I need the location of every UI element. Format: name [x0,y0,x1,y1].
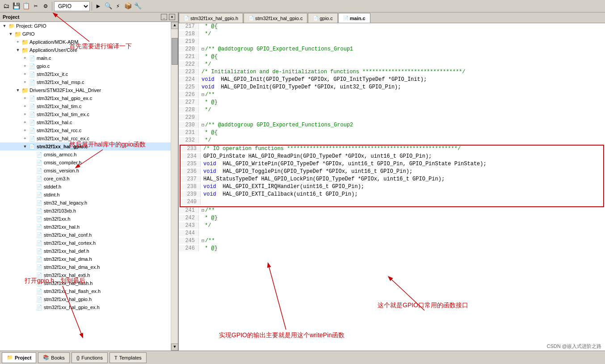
expand-hal-dma[interactable] [29,255,36,263]
expand-hal-gpio-h[interactable] [29,296,36,303]
expand-main-c[interactable]: + [21,54,29,62]
tree-item-hal-flash-ex[interactable]: 📄 stm32f1xx_hal_flash_ex.h [0,287,171,295]
expand-cmsis-version[interactable] [29,167,36,174]
toolbar-icon-6[interactable]: ⚡ [113,2,122,11]
expand-hal-flash[interactable] [29,280,36,287]
bottom-tab-templates[interactable]: T Templates [109,352,147,363]
expand-cmsis-armcc[interactable] [29,151,36,158]
tree-item-hal-cortex[interactable]: 📄 stm32f1xx_hal_cortex.h [0,239,171,247]
expand-gpio-c[interactable]: + [21,63,29,70]
tree-item-stm32f1xx-h[interactable]: 📄 stm32f1xx.h [0,215,171,223]
expand-hal-rcc[interactable]: + [21,127,29,134]
tree-item-project[interactable]: ▼ 📁 Project: GPIO [0,22,171,30]
tree-item-stm-it[interactable]: + 📄 stm32f1xx_it.c [0,70,171,78]
tree-item-hal-def[interactable]: 📄 stm32f1xx_hal_def.h [0,247,171,255]
tree-item-hal-gpio-c[interactable]: ▼ 📄 stm32f1xx_hal_gpio.c [0,142,171,151]
tree-item-hal-tim[interactable]: + 📄 stm32f1xx_hal_tim.c [0,102,171,110]
tree-item-gpio-ex-c[interactable]: + 📄 stm32f1xx_hal_gpio_ex.c [0,94,171,102]
expand-hal-gpio-ex-h[interactable] [29,304,36,311]
tree-item-hal-dma[interactable]: 📄 stm32f1xx_hal_dma.h [0,255,171,263]
toolbar-icon-8[interactable]: 🔧 [133,2,142,11]
toolbar-icon-1[interactable]: 🗂 [2,2,11,11]
code-editor[interactable]: 217 * @{ 218 */ 219 220 ⊟/** @addtogroup… [179,23,605,351]
tree-item-cmsis-version[interactable]: 📄 cmsis_version.h [0,167,171,175]
tree-item-stdint[interactable]: 📄 stdint.h [0,191,171,199]
tree-item-hal-exti[interactable]: 📄 stm32f1xx_hal_exti.h [0,271,171,279]
tree-item-stddef[interactable]: 📄 stddef.h [0,183,171,191]
expand-gpio-ex-c[interactable]: + [21,95,29,102]
project-tree[interactable]: ▼ 📁 Project: GPIO ▼ 📁 GPIO + 📁 Ap [0,22,171,351]
toolbar-icon-5[interactable]: ⚙ [41,2,50,11]
toolbar-target-dropdown[interactable]: GPIO [54,1,90,11]
tree-item-hal-msp[interactable]: + 📄 stm32f1xx_hal_msp.c [0,78,171,86]
tree-item-gpio[interactable]: ▼ 📁 GPIO [0,30,171,38]
bottom-tab-functions[interactable]: {} Functions [71,352,108,363]
toolbar-debug-icon[interactable]: 🔍 [104,2,113,11]
panel-minimize-btn[interactable]: _ [161,14,167,20]
scroll-track[interactable] [171,29,178,343]
toolbar-icon-7[interactable]: 📦 [123,2,132,11]
tree-item-hal-rcc-ex[interactable]: + 📄 stm32f1xx_hal_rcc_ex.c [0,134,171,142]
toolbar-icon-2[interactable]: 💾 [12,2,21,11]
tree-item-hal-tim-ex[interactable]: + 📄 stm32f1xx_hal_tim_ex.c [0,110,171,118]
expand-hal-conf[interactable] [29,231,36,238]
expand-core-cm3[interactable] [29,175,36,182]
expand-stdint[interactable] [29,191,36,198]
panel-close-btn[interactable]: × [169,14,175,20]
tree-item-app-mdk[interactable]: + 📁 Application/MDK-ARM [0,38,171,46]
tree-item-app-user[interactable]: ▼ 📁 Application/User/Core [0,46,171,54]
expand-hal-msp[interactable]: + [21,79,29,86]
expand-hal-def[interactable] [29,247,36,255]
toolbar-icon-4[interactable]: ✂ [31,2,40,11]
expand-stddef[interactable] [29,183,36,190]
tree-item-hal-gpio-h[interactable]: 📄 stm32f1xx_hal_gpio.h [0,295,171,303]
expand-cmsis-compiler[interactable] [29,159,36,166]
tree-item-stm32-hal-h[interactable]: 📄 stm32f1xx_hal.h [0,223,171,231]
expand-drivers[interactable]: ▼ [14,87,21,94]
scroll-thumb[interactable] [172,38,178,65]
bottom-tab-project[interactable]: 📁 Project [2,352,36,363]
expand-stm32-hal-h[interactable] [29,223,36,230]
toolbar-icon-3[interactable]: 📋 [21,2,30,11]
toolbar-build-icon[interactable]: ▶ [94,2,103,11]
tree-item-main-c[interactable]: + 📄 main.c [0,54,171,62]
tree-item-hal-c[interactable]: + 📄 stm32f1xx_hal.c [0,118,171,126]
tree-item-stm32f103xb[interactable]: 📄 stm32f103xb.h [0,207,171,215]
expand-gpio[interactable]: ▼ [7,30,14,38]
expand-stm-it[interactable]: + [21,71,29,78]
expand-stm32-hal-legacy[interactable] [29,199,36,206]
scroll-down-btn[interactable]: ▼ [171,343,178,351]
tree-item-core-cm3[interactable]: 📄 core_cm3.h [0,175,171,183]
tree-item-cmsis-compiler[interactable]: 📄 cmsis_compiler.h [0,159,171,167]
tree-item-stm32-hal-legacy[interactable]: 📄 stm32_hal_legacy.h [0,199,171,207]
tree-item-cmsis-armcc[interactable]: 📄 cmsis_armcc.h [0,151,171,159]
expand-hal-tim[interactable]: + [21,103,29,110]
tree-scrollbar[interactable]: ▲ ▼ [171,22,178,351]
tab-stm32-hal-gpio-h[interactable]: 📄 stm32f1xx_hal_gpio.h [179,13,243,23]
tree-item-hal-flash[interactable]: 📄 stm32f1xx_hal_flash.h [0,279,171,287]
tree-item-hal-dma-ex[interactable]: 📄 stm32f1xx_hal_dma_ex.h [0,263,171,271]
expand-stm32f1xx-h[interactable] [29,215,36,222]
expand-app-mdk[interactable]: + [14,38,21,46]
expand-hal-cortex[interactable] [29,239,36,247]
tree-item-drivers[interactable]: ▼ 📁 Drivers/STM32F1xx_HAL_Driver [0,86,171,94]
tab-stm32-hal-gpio-c[interactable]: 📄 stm32f1xx_hal_gpio.c [244,13,307,23]
expand-hal-c[interactable]: + [21,119,29,126]
expand-stm32f103xb[interactable] [29,207,36,214]
expand-hal-exti[interactable] [29,272,36,279]
tab-gpio-c[interactable]: 📄 gpio.c [308,13,337,23]
tree-item-hal-gpio-ex-h[interactable]: 📄 stm32f1xx_hal_gpio_ex.h [0,303,171,311]
expand-hal-dma-ex[interactable] [29,264,36,271]
bottom-tab-books[interactable]: 📚 Books [38,352,70,363]
scroll-up-btn[interactable]: ▲ [171,22,178,29]
expand-hal-gpio-c[interactable]: ▼ [21,143,29,150]
tree-item-gpio-c[interactable]: + 📄 gpio.c [0,62,171,70]
tree-item-hal-conf[interactable]: 📄 stm32f1xx_hal_conf.h [0,231,171,239]
expand-hal-flash-ex[interactable] [29,288,36,295]
expand-hal-rcc-ex[interactable]: + [21,135,29,142]
tab-main-c[interactable]: 📄 main.c [338,13,370,23]
tree-item-hal-rcc[interactable]: + 📄 stm32f1xx_hal_rcc.c [0,126,171,134]
expand-app-user[interactable]: ▼ [14,46,21,54]
expand-project[interactable]: ▼ [1,22,8,29]
expand-hal-tim-ex[interactable]: + [21,111,29,118]
